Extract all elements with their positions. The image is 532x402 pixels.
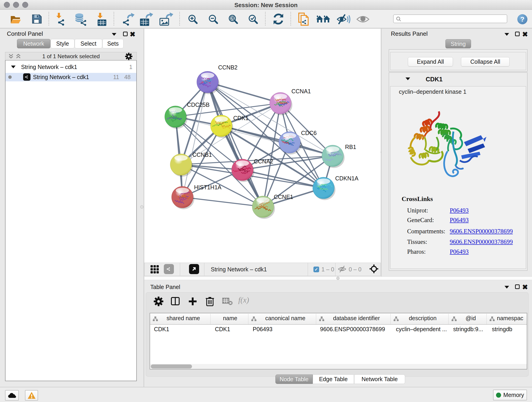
svg-text:CDC6: CDC6 [301,130,317,136]
svg-text:CCNB2: CCNB2 [218,64,238,70]
svg-text:CCNB1: CCNB1 [192,152,212,158]
svg-text:CCNA1: CCNA1 [291,88,311,95]
svg-text:CCNA2: CCNA2 [254,158,273,165]
svg-text:CDK1: CDK1 [233,115,249,121]
svg-text:RB1: RB1 [345,144,356,150]
svg-text:CDC25B: CDC25B [187,102,210,108]
svg-text:CDKN1A: CDKN1A [335,175,359,182]
svg-text:HIST1H1A: HIST1H1A [194,184,222,191]
svg-text:CCNE1: CCNE1 [274,194,293,200]
